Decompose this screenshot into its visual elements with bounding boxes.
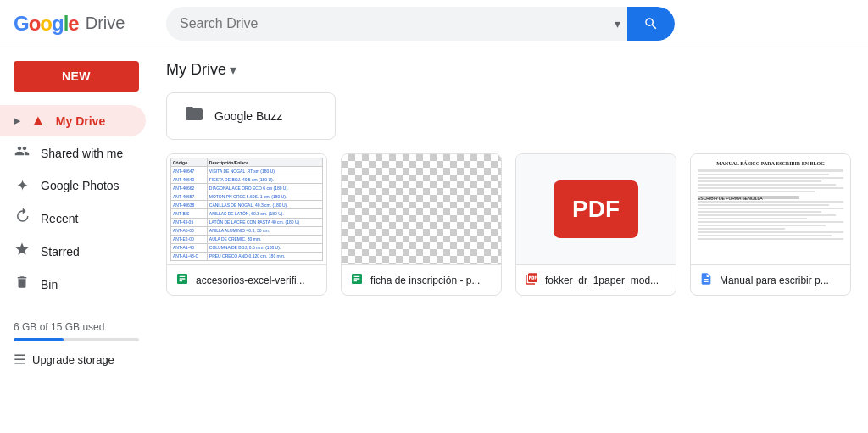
folder-icon: [184, 103, 204, 129]
file-info: accesorios-excel-verifi...: [167, 264, 326, 295]
recent-icon: [14, 208, 31, 228]
checker-pattern: [342, 154, 501, 264]
storage-bar-fill: [14, 338, 64, 341]
file-name: accesorios-excel-verifi...: [196, 275, 318, 286]
file-info: fokker_dr_1paper_mod...: [516, 264, 676, 295]
sidebar-item-bin[interactable]: Bin: [0, 268, 146, 301]
pdf-icon: PDF: [554, 180, 638, 238]
sidebar-item-label: Google Photos: [41, 179, 120, 192]
files-grid: CódigoDescripción/Enlace ANT-40647VISITA…: [166, 153, 854, 296]
sidebar-item-my-drive[interactable]: ▶ ▲ My Drive: [0, 105, 146, 136]
file-info: Manual para escribir p...: [691, 264, 850, 295]
breadcrumb[interactable]: My Drive ▾: [166, 61, 854, 79]
google-logo: Google: [14, 12, 79, 36]
file-card-ficha[interactable]: ficha de inscripción - p...: [341, 153, 502, 296]
upgrade-icon: ☰: [14, 352, 25, 368]
sidebar-item-recent[interactable]: Recent: [0, 202, 146, 235]
shared-icon: [14, 143, 31, 163]
sheets-icon: [175, 272, 189, 288]
body: NEW ▶ ▲ My Drive Shared with me ✦ Google…: [0, 47, 868, 433]
sidebar-item-shared[interactable]: Shared with me: [0, 136, 146, 169]
pdf-icon-small: [525, 272, 538, 288]
upgrade-label: Upgrade storage: [32, 353, 114, 366]
sidebar-item-label: Shared with me: [41, 147, 123, 160]
breadcrumb-dropdown-icon[interactable]: ▾: [230, 62, 236, 78]
sidebar: NEW ▶ ▲ My Drive Shared with me ✦ Google…: [0, 47, 153, 433]
my-drive-icon: ▲: [31, 112, 46, 130]
file-name: Manual para escribir p...: [720, 275, 842, 286]
logo-area: Google Drive: [14, 12, 166, 36]
docs-icon: [699, 272, 713, 288]
search-button[interactable]: [627, 7, 675, 41]
storage-info: 6 GB of 15 GB used ☰ Upgrade storage: [0, 308, 153, 385]
sidebar-item-label: Starred: [41, 245, 80, 258]
upgrade-storage-button[interactable]: ☰ Upgrade storage: [14, 348, 139, 371]
storage-label: 6 GB of 15 GB used: [14, 321, 139, 333]
file-card-manual[interactable]: MANUAL BÁSICO PARA ESCRIBIR EN BLOG ESCR…: [690, 153, 851, 296]
expand-arrow-icon: ▶: [14, 116, 20, 125]
folder-card-google-buzz[interactable]: Google Buzz: [166, 92, 336, 140]
search-input[interactable]: [166, 7, 615, 41]
sidebar-item-label: Bin: [41, 278, 58, 291]
folder-name: Google Buzz: [214, 109, 282, 123]
starred-icon: [14, 241, 31, 261]
photos-icon: ✦: [14, 176, 31, 195]
sidebar-item-starred[interactable]: Starred: [0, 235, 146, 268]
file-preview: MANUAL BÁSICO PARA ESCRIBIR EN BLOG ESCR…: [691, 154, 850, 264]
main-content: My Drive ▾ Google Buzz CódigoDescripción…: [153, 47, 868, 433]
sidebar-item-photos[interactable]: ✦ Google Photos: [0, 169, 146, 202]
sheets-icon: [350, 272, 364, 288]
file-name: ficha de inscripción - p...: [370, 275, 492, 286]
header: Google Drive ▾: [0, 0, 868, 47]
file-card-fokker[interactable]: PDF fokker_dr_1paper_mod...: [515, 153, 676, 296]
breadcrumb-label: My Drive: [166, 61, 226, 79]
file-preview: CódigoDescripción/Enlace ANT-40647VISITA…: [167, 154, 326, 264]
storage-bar-background: [14, 338, 139, 341]
file-name: fokker_dr_1paper_mod...: [545, 275, 667, 286]
sidebar-item-label: My Drive: [56, 114, 105, 128]
bin-icon: [14, 275, 31, 294]
file-card-accesorios[interactable]: CódigoDescripción/Enlace ANT-40647VISITA…: [166, 153, 327, 296]
search-icon: [643, 16, 659, 31]
file-preview: PDF: [516, 154, 676, 264]
file-info: ficha de inscripción - p...: [342, 264, 501, 295]
file-preview: [342, 154, 501, 264]
search-dropdown-icon[interactable]: ▾: [615, 17, 627, 31]
drive-wordmark: Drive: [86, 14, 125, 33]
new-button[interactable]: NEW: [14, 61, 139, 92]
sidebar-item-label: Recent: [41, 212, 78, 225]
